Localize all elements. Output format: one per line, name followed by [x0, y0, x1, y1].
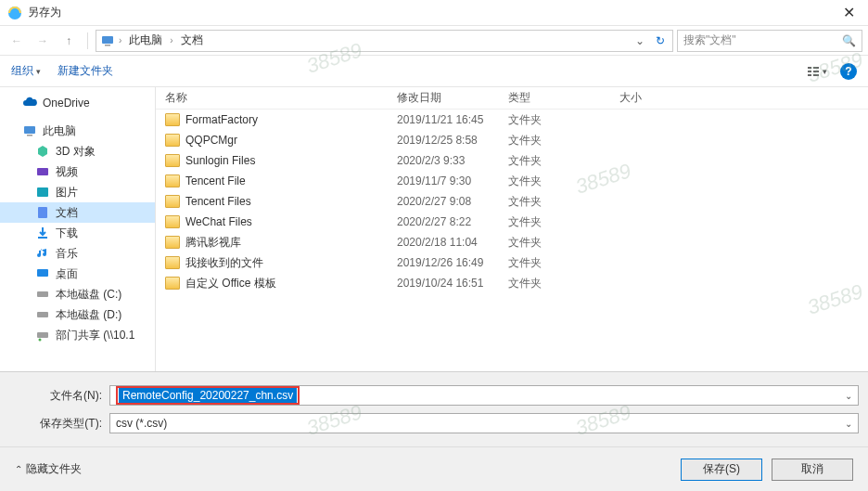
file-date: 2019/12/25 8:58 — [397, 134, 508, 147]
tree-item-music[interactable]: 音乐 — [0, 243, 155, 264]
file-date: 2020/2/18 11:04 — [397, 236, 508, 249]
file-type: 文件夹 — [508, 133, 619, 149]
table-row[interactable]: Tencent Files2020/2/27 9:08文件夹 — [156, 191, 868, 212]
file-name: Sunlogin Files — [185, 154, 255, 167]
disk-icon — [35, 287, 50, 302]
file-name: QQPCMgr — [185, 134, 237, 147]
window-title: 另存为 — [28, 5, 837, 20]
file-name: 自定义 Office 模板 — [185, 276, 276, 291]
tree-item-videos[interactable]: 视频 — [0, 162, 155, 182]
cancel-button[interactable]: 取消 — [772, 459, 853, 481]
pc-icon — [100, 33, 115, 48]
toolbar: 组织 ▾ 新建文件夹 ▾ ? — [0, 56, 868, 87]
tree-item-3d[interactable]: 3D 对象 — [0, 141, 155, 162]
col-name[interactable]: 名称 — [156, 90, 397, 106]
organize-button[interactable]: 组织 ▾ — [11, 63, 41, 79]
tree-item-pictures[interactable]: 图片 — [0, 182, 155, 202]
tree-item-network[interactable]: 部门共享 (\\10.1 — [0, 325, 155, 345]
table-row[interactable]: Sunlogin Files2020/2/3 9:33文件夹 — [156, 150, 868, 171]
chevron-up-icon: ⌃ — [15, 464, 22, 474]
svg-rect-9 — [24, 126, 35, 134]
chevron-right-icon: › — [170, 35, 172, 45]
forward-button[interactable]: → — [32, 30, 54, 52]
tree-item-disk-d[interactable]: 本地磁盘 (D:) — [0, 304, 155, 325]
tree-item-disk-c[interactable]: 本地磁盘 (C:) — [0, 284, 155, 304]
nav-tree: OneDrive 此电脑 3D 对象 视频 图片 文档 下载 音乐 桌面 本地磁… — [0, 87, 156, 371]
download-icon — [35, 226, 50, 240]
svg-rect-1 — [102, 36, 113, 44]
view-icon — [806, 64, 821, 79]
file-type: 文件夹 — [508, 255, 619, 271]
separator — [87, 32, 88, 49]
svg-rect-3 — [808, 67, 811, 69]
save-form: 文件名(N): RemoteConfig_20200227_chn.csv ⌄ … — [0, 371, 868, 446]
filename-label: 文件名(N): — [9, 388, 102, 404]
svg-rect-14 — [37, 269, 48, 277]
chevron-down-icon: ▾ — [36, 67, 41, 76]
filename-value: RemoteConfig_20200227_chn.csv — [119, 388, 297, 403]
chevron-down-icon[interactable]: ⌄ — [845, 419, 852, 429]
document-icon — [35, 205, 50, 220]
table-row[interactable]: Tencent File2019/11/7 9:30文件夹 — [156, 171, 868, 191]
file-list: 名称 修改日期 类型 大小 FormatFactory2019/11/21 16… — [156, 87, 868, 371]
table-row[interactable]: 腾讯影视库2020/2/18 11:04文件夹 — [156, 232, 868, 252]
file-type: 文件夹 — [508, 214, 619, 230]
refresh-icon[interactable]: ↻ — [652, 34, 669, 47]
ie-icon — [7, 6, 22, 20]
svg-rect-11 — [37, 168, 48, 175]
address-dropdown-icon[interactable]: ⌄ — [632, 34, 648, 47]
tree-item-documents[interactable]: 文档 — [0, 202, 155, 223]
tree-onedrive[interactable]: OneDrive — [0, 93, 155, 113]
tree-item-downloads[interactable]: 下载 — [0, 223, 155, 243]
new-folder-button[interactable]: 新建文件夹 — [57, 63, 113, 79]
main-area: OneDrive 此电脑 3D 对象 视频 图片 文档 下载 音乐 桌面 本地磁… — [0, 87, 868, 371]
tree-thispc[interactable]: 此电脑 — [0, 121, 155, 141]
disk-icon — [35, 307, 50, 322]
table-row[interactable]: 自定义 Office 模板2019/10/24 16:51文件夹 — [156, 273, 868, 293]
col-type[interactable]: 类型 — [508, 90, 619, 106]
network-disk-icon — [35, 328, 50, 342]
table-row[interactable]: QQPCMgr2019/12/25 8:58文件夹 — [156, 130, 868, 150]
folder-icon — [165, 215, 180, 228]
chevron-right-icon: › — [119, 35, 121, 45]
tree-item-desktop[interactable]: 桌面 — [0, 264, 155, 284]
address-bar[interactable]: › 此电脑 › 文档 ⌄ ↻ — [96, 30, 673, 52]
save-button[interactable]: 保存(S) — [681, 459, 762, 481]
svg-point-18 — [39, 339, 42, 342]
up-button[interactable]: ↑ — [57, 30, 80, 52]
svg-rect-15 — [37, 291, 48, 297]
breadcrumb-root[interactable]: 此电脑 — [125, 32, 166, 48]
svg-rect-16 — [37, 312, 48, 317]
file-type: 文件夹 — [508, 235, 619, 251]
list-body: FormatFactory2019/11/21 16:45文件夹QQPCMgr2… — [156, 110, 868, 371]
file-date: 2019/11/21 16:45 — [397, 113, 508, 126]
picture-icon — [35, 185, 50, 200]
col-date[interactable]: 修改日期 — [397, 90, 508, 106]
folder-icon — [165, 277, 180, 290]
view-mode-button[interactable]: ▾ — [806, 64, 827, 79]
file-date: 2019/12/26 16:49 — [397, 256, 508, 269]
title-bar: 另存为 ✕ — [0, 0, 868, 26]
file-name: WeChat Files — [185, 215, 252, 228]
file-type: 文件夹 — [508, 153, 619, 169]
col-size[interactable]: 大小 — [619, 90, 694, 106]
back-button[interactable]: ← — [6, 30, 28, 52]
filetype-field[interactable]: csv (*.csv) ⌄ — [109, 413, 859, 433]
table-row[interactable]: 我接收到的文件2019/12/26 16:49文件夹 — [156, 252, 868, 273]
file-name: Tencent Files — [185, 195, 251, 208]
table-row[interactable]: WeChat Files2020/2/27 8:22文件夹 — [156, 212, 868, 232]
file-type: 文件夹 — [508, 276, 619, 291]
folder-icon — [165, 174, 180, 187]
folder-icon — [165, 236, 180, 249]
hide-folders-toggle[interactable]: ⌃ 隐藏文件夹 — [15, 461, 82, 477]
table-row[interactable]: FormatFactory2019/11/21 16:45文件夹 — [156, 110, 868, 130]
filename-field[interactable]: RemoteConfig_20200227_chn.csv ⌄ — [109, 385, 859, 406]
breadcrumb-folder[interactable]: 文档 — [177, 32, 207, 48]
help-button[interactable]: ? — [840, 63, 857, 80]
file-name: Tencent File — [185, 174, 246, 187]
search-icon: 🔍 — [842, 34, 856, 47]
svg-rect-12 — [37, 187, 48, 197]
chevron-down-icon[interactable]: ⌄ — [845, 391, 852, 401]
close-icon[interactable]: ✕ — [837, 4, 861, 21]
search-input[interactable]: 搜索"文档" 🔍 — [677, 30, 862, 52]
